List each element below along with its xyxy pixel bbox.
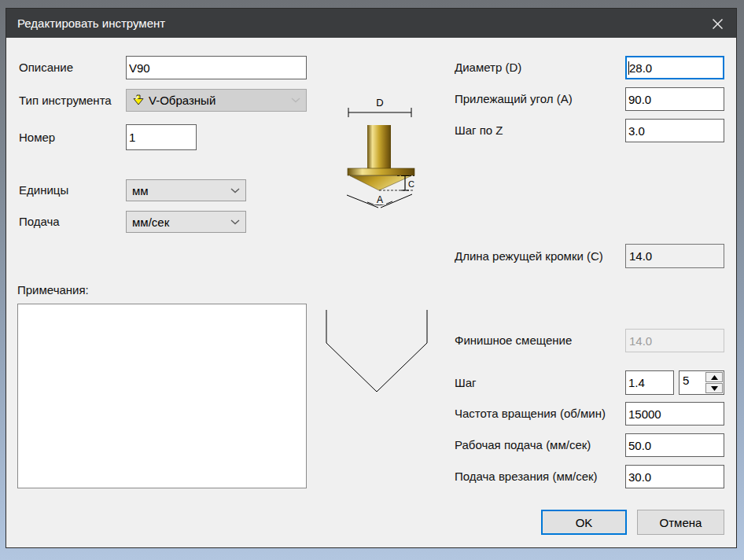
tool-type-select: V-Образный (126, 89, 307, 112)
diameter-label: Диаметр (D) (455, 56, 521, 79)
flute-length-input: 14.0 (625, 244, 724, 268)
plunge-rate-label: Подача врезания (мм/сек) (455, 465, 598, 488)
spin-down-icon (711, 386, 718, 391)
stepover-spin-up-button[interactable] (705, 372, 723, 382)
spindle-speed-label: Частота вращения (об/мин) (455, 402, 606, 426)
included-angle-label: Прилежащий угол (A) (455, 87, 573, 111)
description-label: Описание (19, 56, 73, 79)
title-bar: Редактировать инструмент (6, 9, 736, 38)
spin-up-icon (711, 375, 718, 380)
pass-depth-z-label: Шаг по Z (455, 119, 503, 142)
plunge-rate-input[interactable] (625, 465, 724, 488)
dim-a-label: A (377, 194, 383, 205)
edit-tool-dialog: Редактировать инструмент Описание Тип ин… (6, 8, 737, 548)
tool-diagram: D C A (333, 83, 423, 217)
stepover-percent-value[interactable]: 5 (680, 372, 705, 393)
close-icon (712, 18, 724, 30)
feed-units-select[interactable]: мм/сек (126, 211, 246, 233)
included-angle-input[interactable] (625, 87, 724, 111)
ok-button[interactable]: OK (541, 510, 627, 535)
stepover-percent-spinner: 5 (679, 370, 724, 395)
tool-type-label: Тип инструмента (19, 89, 112, 112)
finish-offset-label: Финишное смещение (455, 329, 572, 352)
stepover-label: Шаг (455, 370, 477, 395)
units-value: мм (132, 184, 149, 197)
pass-depth-z-input[interactable] (625, 119, 724, 142)
stepover-spin-down-button[interactable] (705, 383, 723, 393)
cancel-button[interactable]: Отмена (637, 510, 724, 535)
finish-offset-input: 14.0 (625, 329, 724, 352)
close-button[interactable] (711, 17, 724, 30)
number-input[interactable] (126, 124, 197, 150)
desktop-background: Редактировать инструмент Описание Тип ин… (0, 0, 744, 560)
notes-textarea[interactable] (17, 304, 307, 488)
feed-units-value: мм/сек (132, 216, 169, 229)
number-label: Номер (19, 124, 55, 150)
flute-length-label: Длина режущей кромки (C) (455, 244, 603, 268)
chevron-down-icon (230, 219, 240, 225)
units-label: Единицы (19, 179, 68, 201)
chevron-down-icon (230, 188, 240, 193)
notes-label: Примечания: (17, 282, 89, 298)
vbit-tool-icon (132, 94, 145, 106)
tool-profile-diagram (317, 304, 435, 398)
stepover-input[interactable] (625, 370, 674, 395)
units-select[interactable]: мм (126, 179, 246, 201)
description-input[interactable] (126, 56, 307, 79)
chevron-down-icon (291, 98, 300, 103)
dim-d-label: D (376, 97, 383, 109)
spindle-speed-input[interactable] (625, 402, 724, 426)
dim-c-label: C (408, 179, 414, 189)
window-title: Редактировать инструмент (17, 17, 165, 30)
feed-rate-label: Рабочая подача (мм/сек) (455, 433, 591, 457)
feed-rate-input[interactable] (625, 433, 724, 457)
tool-type-value: V-Образный (149, 94, 215, 107)
feed-units-label: Подача (19, 211, 60, 233)
diameter-input[interactable]: 28.0 (625, 56, 724, 79)
